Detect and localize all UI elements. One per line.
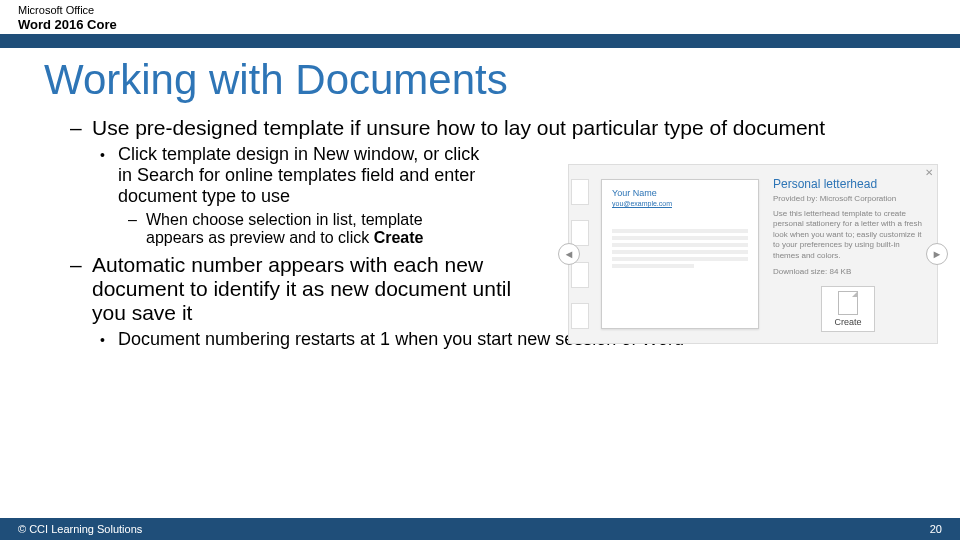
- preview-email: you@example.com: [612, 200, 672, 208]
- copyright-text: © CCI Learning Solutions: [18, 523, 142, 535]
- template-page-preview: Your Name you@example.com: [601, 179, 759, 329]
- suite-label: Microsoft Office: [18, 4, 960, 16]
- thumbnail-item: [571, 220, 589, 246]
- slide-title: Working with Documents: [44, 56, 960, 104]
- thumbnail-item: [571, 262, 589, 288]
- template-preview-illustration: ✕ ◄ ► Your Name you@example.com Personal…: [568, 164, 938, 344]
- nav-prev-icon: ◄: [558, 243, 580, 265]
- bullet-l3-create: When choose selection in list, template …: [60, 211, 440, 247]
- template-title: Personal letterhead: [773, 177, 923, 191]
- nav-next-icon: ►: [926, 243, 948, 265]
- slide-header: Microsoft Office Word 2016 Core: [0, 0, 960, 32]
- create-label: Create: [822, 317, 874, 327]
- thumbnail-item: [571, 179, 589, 205]
- header-bar: [0, 34, 960, 48]
- template-description: Use this letterhead template to create p…: [773, 209, 923, 261]
- product-label: Word 2016 Core: [18, 17, 960, 32]
- template-info-panel: Personal letterhead Provided by: Microso…: [773, 177, 923, 332]
- preview-name: Your Name: [612, 188, 748, 198]
- bullet-l2-click-template: Click template design in New window, or …: [60, 144, 480, 207]
- page-number: 20: [930, 523, 942, 535]
- bullet-l1-autonumber: Automatic number appears with each new d…: [60, 253, 530, 325]
- document-icon: [838, 291, 858, 315]
- bullet-l3-strong: Create: [374, 229, 424, 246]
- create-button: Create: [821, 286, 875, 332]
- bullet-l1-template: Use pre-designed template if unsure how …: [60, 116, 920, 140]
- template-download-size: Download size: 84 KB: [773, 267, 923, 276]
- close-icon: ✕: [925, 167, 933, 178]
- slide: Microsoft Office Word 2016 Core Working …: [0, 0, 960, 540]
- template-provider: Provided by: Microsoft Corporation: [773, 194, 923, 203]
- slide-footer: © CCI Learning Solutions 20: [0, 518, 960, 540]
- thumbnail-item: [571, 303, 589, 329]
